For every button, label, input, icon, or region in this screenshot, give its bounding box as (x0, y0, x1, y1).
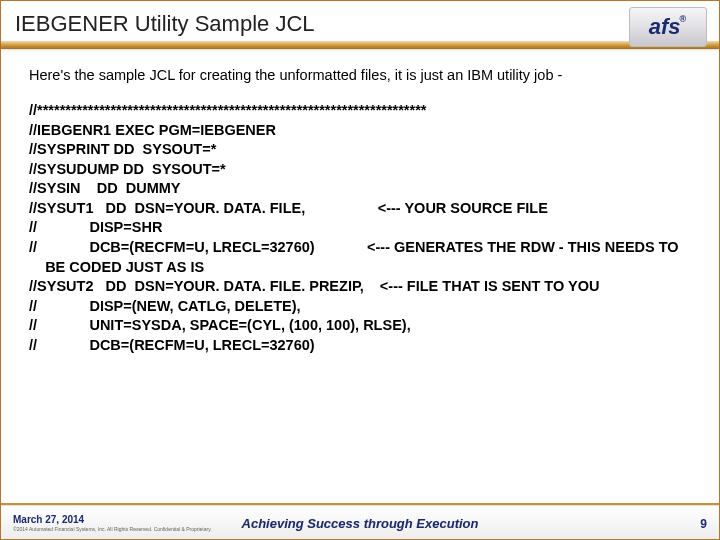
footer-tagline: Achieving Success through Execution (242, 516, 479, 531)
page-number: 9 (700, 517, 707, 531)
header-divider (1, 41, 719, 49)
footer-left: March 27, 2014 ©2014 Automated Financial… (13, 514, 212, 532)
afs-logo: afs® (629, 7, 707, 47)
footer-date: March 27, 2014 (13, 514, 212, 525)
slide-title: IEBGENER Utility Sample JCL (15, 11, 705, 37)
content-area: Here's the sample JCL for creating the u… (1, 49, 719, 355)
jcl-code-block: //**************************************… (29, 101, 691, 355)
slide-container: IEBGENER Utility Sample JCL afs® Here's … (0, 0, 720, 540)
header-area: IEBGENER Utility Sample JCL (1, 1, 719, 41)
footer-area: March 27, 2014 ©2014 Automated Financial… (1, 505, 719, 539)
intro-text: Here's the sample JCL for creating the u… (29, 67, 691, 83)
footer-copyright: ©2014 Automated Financial Systems, Inc. … (13, 527, 212, 532)
registered-icon: ® (680, 14, 687, 24)
logo-text: afs (649, 14, 681, 40)
